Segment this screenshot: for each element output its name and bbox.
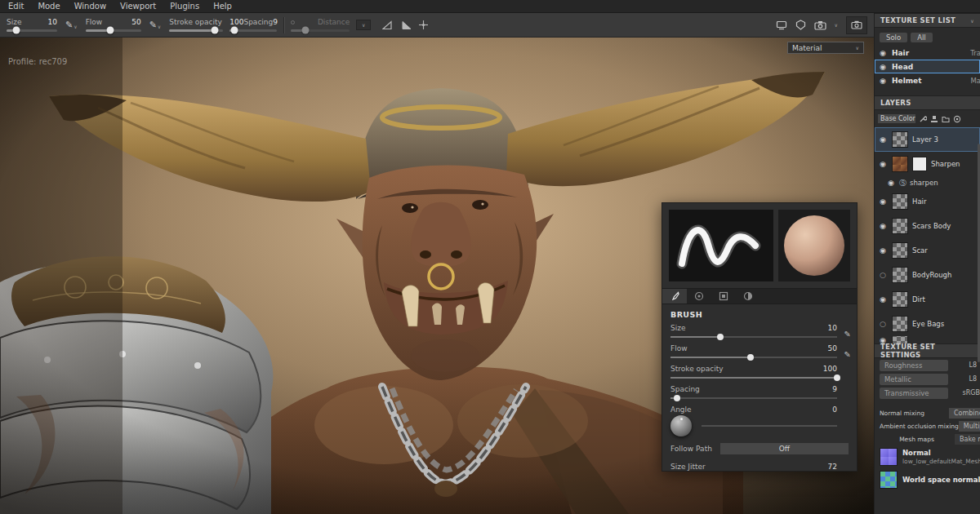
stamp-icon[interactable]: [930, 115, 938, 123]
layer-thumbnail: [892, 218, 908, 234]
brush-stroke-preview[interactable]: [669, 210, 773, 281]
symmetry-left-icon[interactable]: [382, 20, 394, 30]
layer-row-eye-bags[interactable]: ○ Eye Bags: [875, 312, 980, 336]
pressure-size-icon[interactable]: ✎: [844, 330, 851, 339]
texture-set-name: Head: [892, 63, 913, 71]
eye-icon[interactable]: ◉: [878, 222, 888, 230]
layer-name: BodyRough: [912, 271, 951, 279]
eye-icon[interactable]: ◉: [878, 160, 888, 168]
channel-format[interactable]: L8: [969, 361, 977, 369]
layer-row-sharpen[interactable]: ◉ Sharpen: [875, 152, 980, 176]
menu-item-viewport[interactable]: Viewport: [120, 2, 156, 11]
chevron-down-icon: ∨: [158, 24, 161, 29]
brush-flow-row: Flow 50 ✎: [662, 342, 857, 362]
stroke-opacity-slider[interactable]: [169, 29, 223, 32]
texture-set-row-head[interactable]: ◉ Head: [875, 60, 980, 73]
brush-pressure-flow-button[interactable]: ✎ ∨: [148, 20, 163, 29]
normal-mixing-dropdown[interactable]: Combine: [949, 408, 980, 419]
eye-icon[interactable]: ◉: [878, 336, 888, 343]
brush-pressure-size-button[interactable]: ✎ ∨: [64, 20, 79, 29]
texture-set-row-hair[interactable]: ◉ Hair Tra: [875, 46, 980, 60]
tab-brush[interactable]: [662, 289, 687, 304]
brush-size-value: 10: [828, 324, 837, 332]
symmetry-axes-icon[interactable]: [418, 20, 429, 30]
wrench-icon[interactable]: [919, 115, 927, 123]
follow-path-toggle[interactable]: Off: [720, 443, 849, 454]
mesh-map-normal[interactable]: Normal low_low_defaultMat_MeshNorm: [875, 445, 980, 468]
channel-row-metallic: Metallic L8: [875, 372, 980, 386]
distance-slider[interactable]: [291, 29, 350, 32]
folder-icon[interactable]: [942, 115, 950, 123]
material-preview[interactable]: [778, 210, 850, 281]
layer-thumbnail: [892, 267, 908, 283]
layer-row-partial[interactable]: ◉: [875, 336, 980, 343]
brush-angle-label: Angle: [670, 405, 692, 414]
eye-icon[interactable]: ◉: [878, 49, 888, 57]
pressure-flow-icon[interactable]: ✎: [844, 350, 851, 359]
display-settings-icon[interactable]: [776, 20, 787, 30]
viewport-3d[interactable]: Profile: rec709 Material ∨: [0, 38, 874, 514]
menu-item-plugins[interactable]: Plugins: [170, 2, 199, 11]
tab-alpha[interactable]: [687, 289, 711, 304]
flow-slider[interactable]: [86, 29, 141, 32]
size-slider[interactable]: [7, 29, 57, 32]
material-preview-sphere: [784, 215, 844, 276]
screenshot-camera-button[interactable]: [846, 16, 867, 34]
all-button[interactable]: All: [911, 33, 933, 42]
tab-stencil[interactable]: [711, 289, 736, 304]
eye-icon[interactable]: ◉: [878, 246, 888, 255]
menu-item-mode[interactable]: Mode: [38, 2, 60, 11]
layer-row-dirt[interactable]: ◉ Dirt: [875, 287, 980, 312]
solo-button[interactable]: Solo: [880, 33, 907, 42]
layer-name: Dirt: [912, 295, 925, 304]
eye-icon[interactable]: ○: [878, 320, 888, 328]
view-mode-dropdown[interactable]: Material ∨: [787, 42, 864, 54]
brush-stroke-opacity-slider[interactable]: [670, 377, 837, 379]
bake-mesh-maps-button[interactable]: Bake mesh maps: [954, 433, 980, 445]
menu-item-window[interactable]: Window: [74, 2, 106, 11]
distance-toggle-icon[interactable]: [291, 20, 295, 24]
texture-set-row-helmet[interactable]: ◉ Helmet Ma: [875, 73, 980, 87]
angle-dial[interactable]: [670, 415, 692, 436]
transmissive-channel-button[interactable]: Transmissive: [880, 388, 948, 399]
layer-row-hair[interactable]: ◉ Hair: [875, 189, 980, 214]
layer-row-scars-body[interactable]: ◉ Scars Body: [875, 214, 980, 238]
angle-slider[interactable]: [702, 425, 837, 427]
metallic-channel-button[interactable]: Metallic: [880, 374, 948, 385]
chevron-down-icon[interactable]: ∨: [835, 22, 838, 28]
mesh-map-source: low_low_defaultMat_MeshNorm: [902, 458, 980, 465]
menu-item-help[interactable]: Help: [213, 2, 232, 11]
layer-name: Sharpen: [931, 160, 960, 168]
layer-row-bodyrough[interactable]: ○ BodyRough: [875, 263, 980, 287]
eye-icon[interactable]: ◉: [886, 179, 896, 187]
layer-effect-row-sharpen[interactable]: ◉ Ⓢ sharpen: [875, 176, 980, 189]
menu-item-edit[interactable]: Edit: [8, 2, 24, 11]
chevron-down-icon[interactable]: ∨: [970, 18, 974, 24]
mesh-map-world-space-normal[interactable]: World space normal: [875, 468, 980, 491]
brush-spacing-slider[interactable]: [670, 397, 837, 399]
camera-settings-icon[interactable]: [814, 20, 826, 30]
shader-settings-icon[interactable]: [795, 20, 806, 30]
layer-row-layer3[interactable]: ◉ Layer 3: [875, 127, 980, 152]
ao-mixing-dropdown[interactable]: Multiply: [959, 421, 980, 432]
eye-icon[interactable]: ◉: [878, 135, 888, 144]
roughness-channel-button[interactable]: Roughness: [880, 360, 948, 371]
eye-icon[interactable]: ◉: [878, 63, 888, 71]
channel-format[interactable]: sRGB8: [962, 389, 980, 397]
brush-flow-slider[interactable]: [670, 357, 837, 358]
eye-icon[interactable]: ◉: [878, 197, 888, 206]
blend-mode-dropdown[interactable]: Base Color ∨: [878, 114, 915, 123]
layer-row-scar[interactable]: ◉ Scar: [875, 238, 980, 263]
channel-row-transmissive: Transmissive sRGB8: [875, 386, 980, 400]
effects-icon[interactable]: [953, 115, 961, 123]
tab-material[interactable]: [736, 289, 760, 304]
eye-icon[interactable]: ◉: [878, 295, 888, 304]
texture-set-settings-header: TEXTURE SET SETTINGS: [875, 343, 980, 358]
distance-dropdown[interactable]: ∨: [356, 20, 371, 30]
eye-icon[interactable]: ◉: [878, 77, 888, 85]
spacing-slider[interactable]: [229, 29, 277, 32]
channel-format[interactable]: L8: [969, 375, 977, 383]
brush-size-slider[interactable]: [670, 336, 837, 338]
symmetry-right-icon[interactable]: [400, 20, 412, 30]
eye-icon[interactable]: ○: [878, 271, 888, 279]
